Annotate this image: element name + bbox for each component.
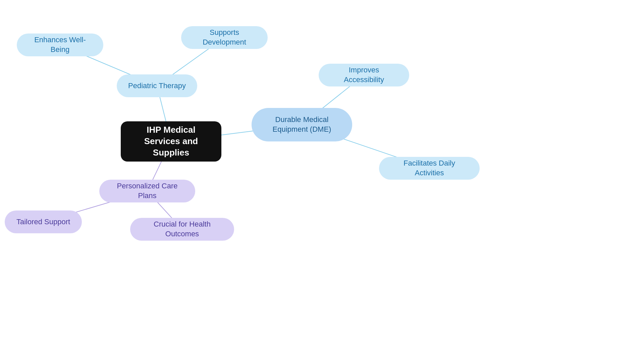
- crucial-health-node: Crucial for Health Outcomes: [130, 218, 234, 241]
- supports-development-node: Supports Development: [181, 26, 268, 49]
- pediatric-therapy-node: Pediatric Therapy: [117, 74, 197, 97]
- personalized-care-node: Personalized Care Plans: [99, 180, 195, 202]
- facilitates-daily-node: Facilitates Daily Activities: [379, 157, 480, 180]
- enhances-wellbeing-node: Enhances Well-Being: [17, 34, 103, 56]
- tailored-support-node: Tailored Support: [5, 210, 82, 233]
- center-node: IHP Medical Services and Supplies: [121, 121, 221, 162]
- dme-node: Durable Medical Equipment (DME): [252, 108, 352, 141]
- improves-accessibility-node: Improves Accessibility: [319, 64, 409, 86]
